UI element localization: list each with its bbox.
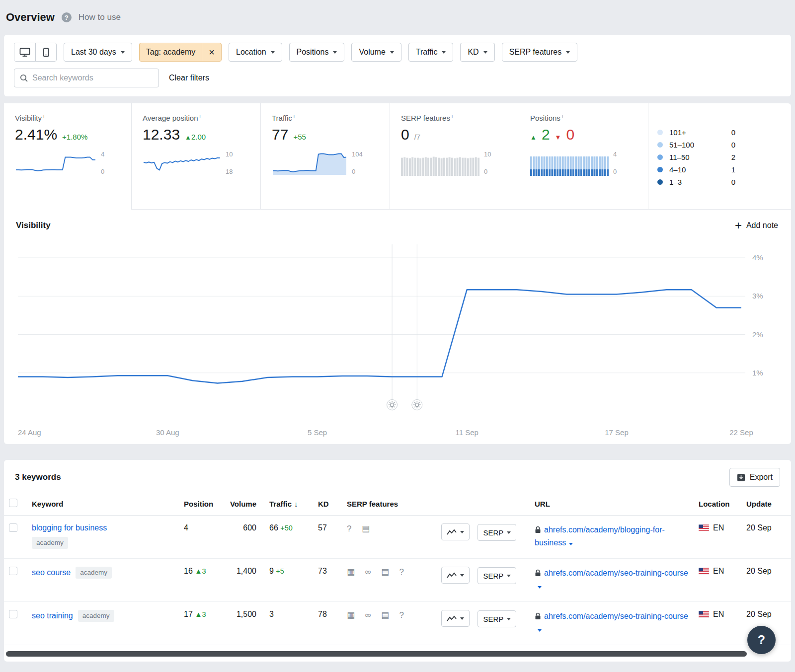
header-serp-features[interactable]: SERP features <box>342 494 530 516</box>
sitelinks-icon: ▤ <box>362 523 370 534</box>
traffic-change: +5 <box>276 567 284 575</box>
up-triangle-icon: ▲ <box>195 610 202 618</box>
header-traffic[interactable]: Traffic↓ <box>264 494 313 516</box>
header-kd[interactable]: KD <box>313 494 342 516</box>
info-icon: i <box>562 113 563 119</box>
serp-button-label: SERP <box>483 528 503 537</box>
date-range-label: Last 30 days <box>71 48 116 57</box>
legend-count: 0 <box>731 141 735 149</box>
note-marker[interactable] <box>387 400 398 410</box>
date-range-dropdown[interactable]: Last 30 days <box>64 43 132 62</box>
keyword-tag: academy <box>76 567 112 579</box>
location-dropdown[interactable]: Location <box>229 43 282 62</box>
visibility-change: +1.80% <box>62 133 87 141</box>
url-link[interactable]: ahrefs.com/academy/blogging-for-business <box>535 525 665 547</box>
serp-dropdown-button[interactable]: SERP <box>477 567 516 584</box>
row-checkbox[interactable] <box>9 523 17 532</box>
horizontal-scrollbar[interactable] <box>6 651 789 657</box>
legend-dot <box>657 179 663 185</box>
header-update[interactable]: Update <box>741 494 791 516</box>
traffic-change: +50 <box>280 524 293 532</box>
location-value: EN <box>713 523 724 532</box>
url-link[interactable]: ahrefs.com/academy/seo-training-course <box>544 612 688 620</box>
url-link[interactable]: ahrefs.com/academy/seo-training-course <box>544 569 688 577</box>
serp-dropdown-button[interactable]: SERP <box>477 524 516 541</box>
page-title: Overview <box>6 11 55 24</box>
help-icon[interactable]: ? <box>62 12 72 22</box>
serp-button-label: SERP <box>483 615 503 623</box>
position-value: 17 <box>184 610 193 618</box>
visibility-chart[interactable]: 1%2%3%4%24 Aug30 Aug5 Sep11 Sep17 Sep22 … <box>15 236 780 439</box>
desktop-toggle-button[interactable] <box>14 43 35 61</box>
up-triangle-icon: ▲ <box>185 134 191 141</box>
serp-dropdown-button[interactable]: SERP <box>477 610 516 627</box>
kd-dropdown[interactable]: KD <box>460 43 494 62</box>
update-value: 20 Sep <box>741 516 791 559</box>
help-fab-button[interactable]: ? <box>747 626 776 654</box>
keyword-link[interactable]: seo training <box>32 611 73 620</box>
legend-label: 4–10 <box>669 165 686 174</box>
traffic-dropdown[interactable]: Traffic <box>408 43 454 62</box>
tab-traffic[interactable]: Traffici 77 +55 104 0 <box>261 103 390 209</box>
people-also-ask-icon: ? <box>399 610 404 620</box>
chevron-down-icon[interactable] <box>538 629 542 632</box>
image-pack-icon: ▦ <box>347 610 355 620</box>
us-flag-icon <box>699 524 709 531</box>
how-to-use-link[interactable]: How to use <box>79 12 121 22</box>
row-checkbox[interactable] <box>9 567 17 575</box>
export-button[interactable]: Export <box>729 468 780 487</box>
svg-text:5 Sep: 5 Sep <box>308 428 327 437</box>
position-history-button[interactable] <box>441 523 470 540</box>
axis-bottom-label: 0 <box>352 168 363 175</box>
volume-dropdown-label: Volume <box>359 48 385 57</box>
search-input[interactable] <box>32 74 154 82</box>
visibility-label: Visibility <box>15 114 42 122</box>
chevron-down-icon[interactable] <box>538 586 542 589</box>
info-icon: i <box>294 113 295 119</box>
keyword-link[interactable]: seo course <box>32 568 71 577</box>
tag-filter[interactable]: Tag: academy × <box>139 43 222 62</box>
tab-serp-features[interactable]: SERP featuresi 0 /7 10 0 <box>390 103 519 209</box>
select-all-checkbox[interactable] <box>9 499 17 507</box>
up-triangle-icon: ▲ <box>195 567 202 575</box>
scrollbar-thumb[interactable] <box>6 651 747 657</box>
legend-dot <box>657 167 663 172</box>
kd-value: 73 <box>313 559 342 602</box>
header-location[interactable]: Location <box>694 494 741 516</box>
add-note-button[interactable]: + Add note <box>735 220 778 231</box>
keyword-search-box <box>14 69 159 87</box>
row-checkbox[interactable] <box>9 610 17 618</box>
link-icon: ∞ <box>365 567 371 577</box>
sitelinks-icon: ▤ <box>381 567 389 577</box>
table-row: blogging for business academy 4 600 66 +… <box>4 516 791 559</box>
serp-features-dropdown[interactable]: SERP features <box>502 43 578 62</box>
header-keyword[interactable]: Keyword <box>27 494 179 516</box>
keywords-table-card: 3 keywords Export Keyword Position Volum… <box>4 460 791 662</box>
tab-visibility[interactable]: Visibilityi 2.41% +1.80% 4 0 <box>4 103 132 209</box>
position-history-button[interactable] <box>441 567 470 584</box>
chevron-down-icon <box>507 618 511 620</box>
positions-dropdown[interactable]: Positions <box>289 43 345 62</box>
svg-text:2%: 2% <box>752 330 763 339</box>
people-also-ask-icon: ? <box>347 524 351 534</box>
link-icon: ∞ <box>365 610 371 620</box>
remove-tag-filter-button[interactable]: × <box>202 43 221 61</box>
volume-dropdown[interactable]: Volume <box>351 43 401 62</box>
legend-row: 11–502 <box>657 153 735 161</box>
position-history-icon <box>447 529 457 535</box>
header-url[interactable]: URL <box>530 494 694 516</box>
mobile-toggle-button[interactable] <box>35 43 56 61</box>
clear-filters-button[interactable]: Clear filters <box>169 74 209 82</box>
chevron-down-icon[interactable] <box>569 543 573 545</box>
position-history-button[interactable] <box>441 610 470 627</box>
visibility-value: 2.41% <box>15 126 57 143</box>
keyword-link[interactable]: blogging for business <box>32 523 107 532</box>
note-marker[interactable] <box>412 400 422 410</box>
header-volume[interactable]: Volume <box>221 494 264 516</box>
tab-positions[interactable]: Positionsi ▲ 2 ▼ 0 4 0 <box>519 103 648 209</box>
svg-text:3%: 3% <box>752 292 763 300</box>
people-also-ask-icon: ? <box>399 567 404 577</box>
header-position[interactable]: Position <box>179 494 221 516</box>
tab-average-position[interactable]: Average positioni 12.33 ▲2.00 10 18 <box>132 103 261 209</box>
legend-label: 51–100 <box>669 141 694 149</box>
